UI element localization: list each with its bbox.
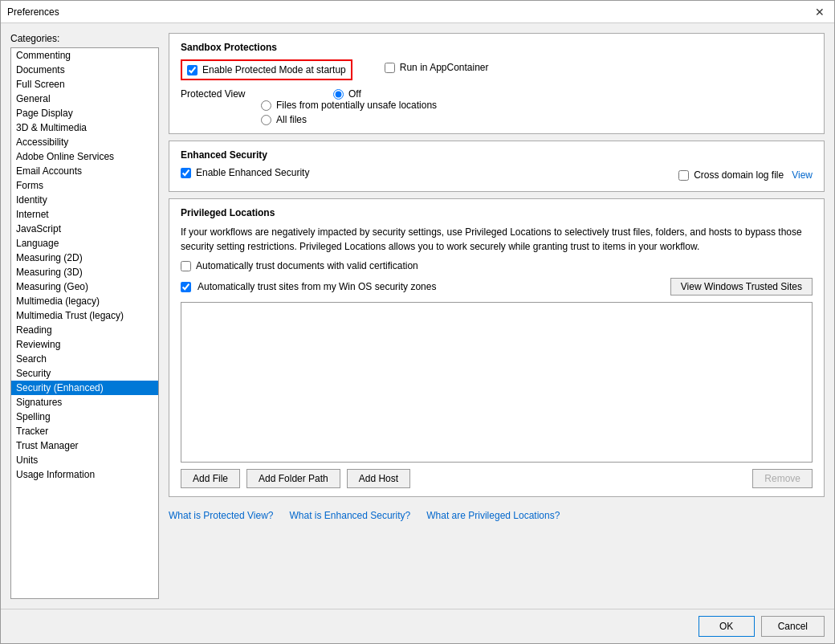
radio-off-row: Off (333, 88, 361, 100)
sidebar-item-3dmultimedia[interactable]: 3D & Multimedia (11, 120, 158, 135)
what-is-enhanced-security-link[interactable]: What is Enhanced Security? (290, 510, 411, 521)
sidebar-item-pagedisplay[interactable]: Page Display (11, 106, 158, 120)
protected-view-label: Protected View (181, 88, 253, 100)
radio-allfiles[interactable] (261, 115, 271, 125)
enable-protected-mode-checkbox[interactable] (187, 65, 198, 75)
action-buttons: Add File Add Folder Path Add Host Remove (181, 469, 813, 488)
sidebar-item-measuring3d[interactable]: Measuring (3D) (11, 265, 158, 279)
run-appcontainer-label[interactable]: Run in AppContainer (400, 62, 489, 73)
add-folder-button[interactable]: Add Folder Path (246, 469, 340, 488)
privileged-description: If your workflows are negatively impacte… (181, 225, 813, 254)
sidebar-item-multimediatrust[interactable]: Multimedia Trust (legacy) (11, 308, 158, 323)
sandbox-section: Sandbox Protections Enable Protected Mod… (169, 33, 825, 134)
sidebar-item-forms[interactable]: Forms (11, 178, 158, 193)
auto-trust-cert-row: Automatically trust documents with valid… (181, 260, 813, 271)
radio-off-label[interactable]: Off (348, 88, 361, 100)
sidebar-item-identity[interactable]: Identity (11, 193, 158, 207)
radio-allfiles-label[interactable]: All files (276, 114, 307, 125)
sidebar-item-search[interactable]: Search (11, 352, 158, 366)
radio-unsafe-label[interactable]: Files from potentially unsafe locations (276, 100, 437, 111)
categories-label: Categories: (10, 33, 159, 44)
add-host-button[interactable]: Add Host (347, 469, 410, 488)
auto-trust-sites-checkbox[interactable] (181, 282, 191, 292)
auto-trust-sites-label[interactable]: Automatically trust sites from my Win OS… (198, 281, 436, 292)
sandbox-top-row: Enable Protected Mode at startup Run in … (181, 59, 813, 80)
dialog-footer: OK Cancel (1, 609, 834, 643)
enable-enhanced-checkbox[interactable] (181, 168, 191, 178)
enable-enhanced-row: Enable Enhanced Security (181, 167, 309, 178)
radio-allfiles-row: All files (261, 114, 813, 125)
enable-enhanced-label[interactable]: Enable Enhanced Security (196, 167, 309, 178)
sidebar-item-internet[interactable]: Internet (11, 207, 158, 222)
privileged-locations-section: Privileged Locations If your workflows a… (169, 198, 825, 497)
radio-off[interactable] (333, 89, 344, 100)
auto-trust-sites-row: Automatically trust sites from my Win OS… (181, 278, 813, 296)
enhanced-security-section: Enhanced Security Enable Enhanced Securi… (169, 141, 825, 192)
enable-protected-mode-wrapper: Enable Protected Mode at startup (181, 59, 352, 80)
cross-domain-checkbox[interactable] (678, 170, 689, 181)
dialog-title: Preferences (7, 6, 59, 18)
view-link[interactable]: View (792, 169, 813, 181)
sidebar-item-language[interactable]: Language (11, 236, 158, 251)
auto-trust-cert-label[interactable]: Automatically trust documents with valid… (196, 260, 418, 271)
sidebar-item-tracker[interactable]: Tracker (11, 424, 158, 438)
radio-unsafe-row: Files from potentially unsafe locations (261, 100, 813, 111)
enable-protected-mode-label[interactable]: Enable Protected Mode at startup (202, 64, 346, 75)
sidebar-item-trustmanager[interactable]: Trust Manager (11, 438, 158, 453)
sidebar-item-documents[interactable]: Documents (11, 63, 158, 77)
privileged-title: Privileged Locations (181, 207, 813, 218)
sidebar-item-multimedialegacy[interactable]: Multimedia (legacy) (11, 294, 158, 308)
auto-trust-cert-checkbox[interactable] (181, 261, 191, 271)
sidebar-item-measuringgeo[interactable]: Measuring (Geo) (11, 279, 158, 294)
sidebar-item-measuring2d[interactable]: Measuring (2D) (11, 251, 158, 265)
close-button[interactable]: ✕ (812, 4, 828, 20)
add-file-button[interactable]: Add File (181, 469, 240, 488)
run-appcontainer-row: Run in AppContainer (385, 62, 489, 73)
sidebar-item-spelling[interactable]: Spelling (11, 410, 158, 424)
sidebar-item-reviewing[interactable]: Reviewing (11, 337, 158, 352)
sidebar-item-commenting[interactable]: Commenting (11, 48, 158, 63)
run-appcontainer-checkbox[interactable] (385, 63, 395, 73)
what-is-protected-view-link[interactable]: What is Protected View? (169, 510, 274, 521)
dialog-body: Categories: Commenting Documents Full Sc… (1, 23, 834, 609)
radio-unsafe[interactable] (261, 100, 271, 111)
categories-list: Commenting Documents Full Screen General… (10, 47, 159, 599)
preferences-dialog: Preferences ✕ Categories: Commenting Doc… (0, 0, 835, 644)
sidebar-item-reading[interactable]: Reading (11, 323, 158, 337)
title-bar: Preferences ✕ (1, 1, 834, 23)
view-trusted-sites-button[interactable]: View Windows Trusted Sites (670, 278, 813, 296)
enhanced-security-row: Enable Enhanced Security Cross domain lo… (181, 167, 813, 183)
cross-domain-label[interactable]: Cross domain log file (694, 169, 784, 181)
sidebar-item-signatures[interactable]: Signatures (11, 395, 158, 410)
content-area: Sandbox Protections Enable Protected Mod… (169, 33, 825, 599)
privileged-locations-list (181, 302, 813, 463)
enhanced-security-title: Enhanced Security (181, 149, 813, 161)
bottom-links: What is Protected View? What is Enhanced… (169, 503, 825, 521)
protected-view-section: Protected View Off Files from potentiall… (181, 88, 813, 125)
sandbox-title: Sandbox Protections (181, 42, 813, 53)
cross-domain-row: Cross domain log file View (678, 169, 813, 181)
sidebar-item-security-enhanced[interactable]: Security (Enhanced) (11, 381, 158, 395)
sidebar-item-units[interactable]: Units (11, 453, 158, 467)
cancel-button[interactable]: Cancel (761, 616, 825, 637)
what-are-privileged-locations-link[interactable]: What are Privileged Locations? (426, 510, 560, 521)
sidebar-item-usageinfo[interactable]: Usage Information (11, 467, 158, 482)
ok-button[interactable]: OK (699, 616, 755, 637)
sidebar: Categories: Commenting Documents Full Sc… (10, 33, 159, 599)
sidebar-item-accessibility[interactable]: Accessibility (11, 135, 158, 149)
sidebar-item-adobeonline[interactable]: Adobe Online Services (11, 149, 158, 164)
remove-button[interactable]: Remove (752, 469, 813, 488)
sidebar-item-fullscreen[interactable]: Full Screen (11, 77, 158, 92)
radio-group-protected-view: Files from potentially unsafe locations … (261, 100, 813, 125)
protected-view-row: Protected View Off (181, 88, 813, 100)
sidebar-item-general[interactable]: General (11, 92, 158, 106)
sidebar-item-javascript[interactable]: JavaScript (11, 222, 158, 236)
sidebar-item-security[interactable]: Security (11, 366, 158, 381)
sidebar-item-emailaccounts[interactable]: Email Accounts (11, 164, 158, 178)
